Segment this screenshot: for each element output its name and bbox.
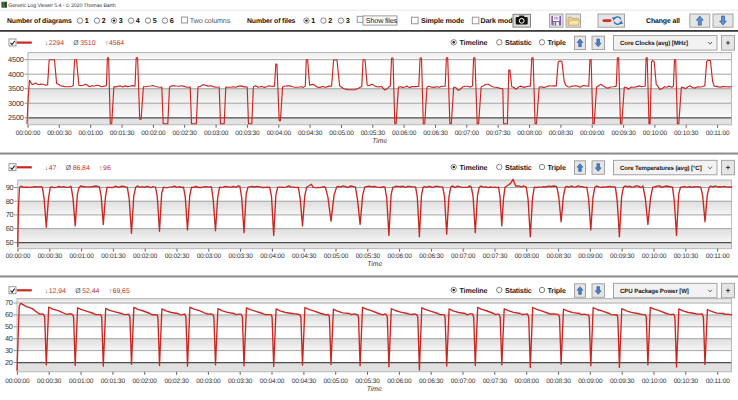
svg-text:00:03:00: 00:03:00 [196,378,221,385]
svg-text:00:08:00: 00:08:00 [515,253,540,260]
svg-text:1: 1 [311,16,315,25]
svg-text:↓: ↓ [45,40,48,47]
svg-text:↑: ↑ [99,165,102,172]
svg-text:00:04:00: 00:04:00 [267,130,292,137]
svg-text:00:11:00: 00:11:00 [706,378,730,385]
svg-text:2: 2 [328,16,332,25]
svg-text:3000: 3000 [8,99,24,108]
svg-text:00:04:00: 00:04:00 [260,253,285,260]
svg-text:00:05:00: 00:05:00 [324,378,349,385]
svg-text:00:10:00: 00:10:00 [642,378,667,385]
svg-text:3510: 3510 [80,40,95,47]
svg-text:60: 60 [5,310,13,319]
svg-text:80: 80 [6,197,14,206]
svg-text:Core Temperatures (avg) [°C]: Core Temperatures (avg) [°C] [620,165,702,172]
svg-text:12,94: 12,94 [49,288,66,295]
svg-text:↑: ↑ [105,40,108,47]
svg-text:00:09:00: 00:09:00 [578,378,603,385]
svg-text:00:06:30: 00:06:30 [419,378,444,385]
svg-text:00:01:00: 00:01:00 [79,130,104,137]
svg-text:60: 60 [6,224,14,233]
svg-text:6: 6 [170,16,174,25]
svg-text:00:04:00: 00:04:00 [260,378,285,385]
svg-text:00:06:00: 00:06:00 [387,378,412,385]
svg-text:Timeline: Timeline [460,163,488,172]
svg-text:00:02:00: 00:02:00 [133,253,158,260]
svg-text:4500: 4500 [8,55,24,64]
svg-text:↑: ↑ [109,288,112,295]
svg-text:00:10:30: 00:10:30 [674,130,699,137]
svg-text:00:00:30: 00:00:30 [47,130,72,137]
svg-text:Triple: Triple [548,38,566,47]
svg-text:00:00:30: 00:00:30 [37,378,62,385]
svg-text:00:08:30: 00:08:30 [546,378,571,385]
svg-text:3500: 3500 [8,84,24,93]
svg-text:00:10:00: 00:10:00 [643,130,668,137]
svg-text:00:06:00: 00:06:00 [387,253,412,260]
svg-text:5: 5 [153,16,157,25]
svg-text:Number of diagrams: Number of diagrams [7,18,72,25]
svg-text:86,84: 86,84 [73,165,90,172]
svg-text:Ø: Ø [75,288,81,295]
svg-text:00:09:30: 00:09:30 [610,253,635,260]
svg-text:Timeline: Timeline [460,38,488,47]
svg-text:70: 70 [5,298,13,307]
svg-text:00:10:00: 00:10:00 [642,253,667,260]
svg-text:00:10:30: 00:10:30 [674,253,699,260]
svg-text:20: 20 [5,358,13,367]
svg-text:00:05:00: 00:05:00 [324,253,349,260]
svg-text:Time: Time [372,138,387,145]
svg-text:00:03:00: 00:03:00 [197,253,222,260]
svg-text:00:06:00: 00:06:00 [392,130,417,137]
svg-text:00:09:00: 00:09:00 [580,130,605,137]
svg-text:00:03:30: 00:03:30 [235,130,260,137]
svg-text:52,44: 52,44 [82,288,99,295]
svg-text:00:07:30: 00:07:30 [483,378,508,385]
svg-text:Dark mode: Dark mode [481,17,517,25]
svg-text:00:05:30: 00:05:30 [356,253,381,260]
svg-text:Two columns: Two columns [190,17,231,25]
svg-text:Generic Log Viewer 5.4 - © 2: Generic Log Viewer 5.4 - © 2020 Thomas B… [8,3,115,9]
svg-text:3: 3 [119,16,123,25]
svg-text:00:04:30: 00:04:30 [292,378,317,385]
svg-text:00:08:30: 00:08:30 [549,130,574,137]
svg-text:00:02:30: 00:02:30 [173,130,198,137]
svg-text:00:07:30: 00:07:30 [486,130,511,137]
svg-text:2500: 2500 [8,113,24,122]
svg-text:Show files: Show files [366,16,398,25]
svg-text:00:06:30: 00:06:30 [419,253,444,260]
svg-text:00:02:00: 00:02:00 [141,130,166,137]
svg-text:Change all: Change all [646,18,680,25]
svg-text:Number of files: Number of files [247,18,296,25]
svg-text:00:01:30: 00:01:30 [101,253,126,260]
svg-text:00:01:00: 00:01:00 [69,253,94,260]
svg-text:00:05:30: 00:05:30 [355,378,380,385]
svg-text:00:01:30: 00:01:30 [101,378,126,385]
svg-text:Simple mode: Simple mode [421,17,464,25]
svg-text:00:03:30: 00:03:30 [228,253,253,260]
svg-text:00:11:00: 00:11:00 [706,253,730,260]
svg-text:Ø: Ø [66,165,72,172]
svg-text:00:02:30: 00:02:30 [164,378,189,385]
svg-text:00:00:00: 00:00:00 [6,253,31,260]
svg-text:69,65: 69,65 [113,288,130,295]
svg-text:00:07:00: 00:07:00 [451,253,476,260]
svg-text:Statistic: Statistic [505,286,532,295]
svg-text:90: 90 [6,183,14,192]
svg-text:2294: 2294 [49,40,64,47]
svg-text:00:04:30: 00:04:30 [298,130,323,137]
svg-text:Triple: Triple [548,163,566,172]
svg-text:00:04:30: 00:04:30 [292,253,317,260]
svg-text:00:07:00: 00:07:00 [451,378,476,385]
svg-text:00:11:00: 00:11:00 [706,130,730,137]
svg-text:30: 30 [5,346,13,355]
svg-text:00:08:00: 00:08:00 [515,378,540,385]
svg-text:70: 70 [6,210,14,219]
svg-text:00:01:30: 00:01:30 [110,130,135,137]
svg-text:00:08:30: 00:08:30 [546,253,571,260]
svg-text:4000: 4000 [8,70,24,79]
svg-text:Ø: Ø [73,40,79,47]
svg-text:00:08:00: 00:08:00 [517,130,542,137]
svg-text:Timeline: Timeline [460,286,488,295]
svg-text:50: 50 [6,238,14,247]
